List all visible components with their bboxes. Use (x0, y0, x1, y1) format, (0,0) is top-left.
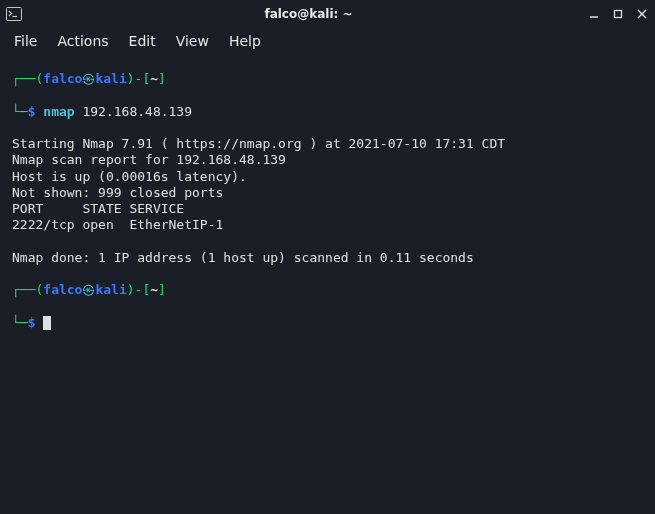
close-button[interactable] (635, 7, 649, 21)
output-line: 2222/tcp open EtherNetIP-1 (12, 217, 223, 232)
output-line: Nmap scan report for 192.168.48.139 (12, 152, 286, 167)
svg-rect-0 (7, 7, 22, 20)
menubar: File Actions Edit View Help (0, 27, 655, 55)
titlebar: falco@kali: ~ (0, 0, 655, 27)
output-line: Host is up (0.00016s latency). (12, 169, 247, 184)
maximize-button[interactable] (611, 7, 625, 21)
menu-view[interactable]: View (176, 33, 209, 49)
prompt-line-2-top: ┌──(falco㉿kali)-[~] (12, 282, 643, 298)
minimize-button[interactable] (587, 7, 601, 21)
menu-actions[interactable]: Actions (57, 33, 108, 49)
svg-rect-3 (615, 10, 622, 17)
menu-help[interactable]: Help (229, 33, 261, 49)
window-controls (587, 7, 649, 21)
output-line: Nmap done: 1 IP address (1 host up) scan… (12, 250, 474, 265)
prompt-line-1-bottom: └─$ nmap 192.168.48.139 (12, 104, 643, 120)
window-title: falco@kali: ~ (30, 7, 587, 21)
prompt-line-1-top: ┌──(falco㉿kali)-[~] (12, 71, 643, 87)
menu-file[interactable]: File (14, 33, 37, 49)
cursor-icon (43, 316, 51, 330)
output-line: PORT STATE SERVICE (12, 201, 184, 216)
prompt-line-2-bottom: └─$ (12, 315, 643, 331)
output-line: Not shown: 999 closed ports (12, 185, 223, 200)
menu-edit[interactable]: Edit (129, 33, 156, 49)
terminal-icon (6, 6, 22, 22)
terminal-output[interactable]: ┌──(falco㉿kali)-[~] └─$ nmap 192.168.48.… (0, 55, 655, 363)
output-line: Starting Nmap 7.91 ( https://nmap.org ) … (12, 136, 505, 151)
